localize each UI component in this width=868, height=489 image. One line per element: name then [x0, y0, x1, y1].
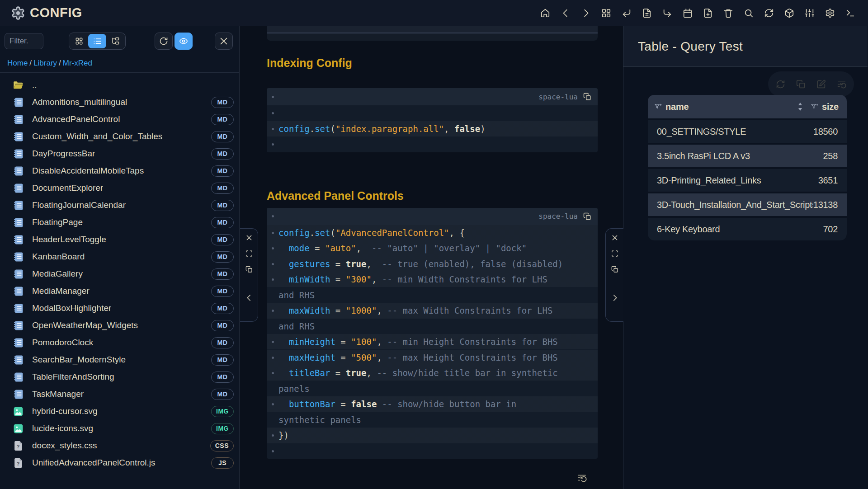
file-name: MediaGallery: [32, 269, 83, 279]
filter-funnel-icon[interactable]: [654, 103, 662, 111]
code-line: mode = "auto", -- "auto" | "overlay" | "…: [267, 240, 598, 256]
file-row[interactable]: FloatingJournalCalendarMD: [0, 197, 239, 214]
home-button[interactable]: [540, 8, 550, 18]
copy-code-button[interactable]: [583, 212, 591, 221]
chevron-left-button[interactable]: [561, 8, 571, 18]
file-row[interactable]: ..: [0, 76, 239, 94]
table-row[interactable]: 6-Key Keyboard702: [648, 218, 847, 240]
file-row[interactable]: ?docex_styles.cssCSS: [0, 437, 239, 454]
rotate-cw-icon: [159, 37, 168, 46]
breadcrumb-link[interactable]: Library: [33, 59, 57, 67]
app-title: CONFIG: [30, 5, 82, 20]
file-type-badge: MD: [211, 183, 234, 194]
edit-table-button[interactable]: [816, 80, 826, 89]
calendar-button[interactable]: [683, 8, 693, 18]
refresh-button[interactable]: [155, 33, 173, 50]
package-button[interactable]: [784, 8, 794, 18]
file-row[interactable]: FloatingPageMD: [0, 214, 239, 231]
search-button[interactable]: [744, 8, 754, 18]
expand-panel-button[interactable]: [245, 250, 253, 257]
copy-code-button[interactable]: [583, 93, 591, 101]
terminal-button[interactable]: [845, 8, 855, 18]
copy-panel-button[interactable]: [245, 266, 253, 273]
corner-down-left-button[interactable]: [622, 8, 632, 18]
sort-arrows-icon[interactable]: [797, 102, 803, 111]
collapse-left-chevron[interactable]: [245, 294, 253, 302]
file-row[interactable]: MediaManagerMD: [0, 282, 239, 300]
corner-down-left-icon: [622, 8, 632, 18]
refresh-table-button[interactable]: [776, 80, 785, 89]
file-row[interactable]: DisableAccidentalMobileTapsMD: [0, 162, 239, 179]
chevron-right-button[interactable]: [581, 8, 591, 18]
folder-icon: [13, 80, 24, 91]
file-name: DisableAccidentalMobileTaps: [32, 166, 144, 176]
app-window: CONFIG Home/Library/Mr-xRed ..Admonition…: [0, 0, 868, 489]
expand-panel-button[interactable]: [611, 250, 618, 257]
breadcrumb-link[interactable]: Home: [7, 59, 28, 67]
list-restart-table-button[interactable]: [837, 80, 846, 89]
file-row[interactable]: HeaderLevelToggleMD: [0, 231, 239, 248]
file-name: HeaderLevelToggle: [32, 235, 106, 244]
view-mode-list-button[interactable]: [88, 34, 106, 48]
section-heading: Indexing Config: [267, 56, 598, 70]
chevron-right-icon: [581, 8, 591, 18]
file-type-badge: MD: [211, 251, 234, 263]
layout-grid-button[interactable]: [601, 8, 611, 18]
table-row[interactable]: 3D-Printing_Related_Links3651: [648, 169, 847, 192]
file-browser-sidebar: Home/Library/Mr-xRed ..Admonitions_multi…: [0, 26, 240, 489]
file-row[interactable]: Custom_Width_and_Color_TablesMD: [0, 128, 239, 145]
view-mode-grid-button[interactable]: [70, 34, 88, 48]
toggle-preview-button[interactable]: [175, 33, 193, 50]
file-name: hybrid-cursor.svg: [32, 406, 98, 416]
corner-down-right-button[interactable]: [662, 8, 672, 18]
file-row[interactable]: hybrid-cursor.svgIMG: [0, 403, 239, 420]
table-body: 00_SETTINGS/STYLE185603.5inch RasPi LCD …: [648, 120, 847, 240]
file-row[interactable]: DocumentExplorerMD: [0, 179, 239, 197]
file-row[interactable]: OpenWeatherMap_WidgetsMD: [0, 317, 239, 334]
file-row[interactable]: AdvancedPanelControlMD: [0, 111, 239, 128]
breadcrumb-separator: /: [57, 59, 63, 67]
file-row[interactable]: ModalBoxHighlighterMD: [0, 300, 239, 317]
settings-button[interactable]: [825, 8, 835, 18]
file-row[interactable]: ?UnifiedAdvancedPanelControl.jsJS: [0, 454, 239, 471]
close-sidebar-button[interactable]: [215, 33, 233, 50]
table-row[interactable]: 3D-Touch_Installation_And_Start_Scripts1…: [648, 193, 847, 216]
code-block: space-luaconfig.set("index.paragraph.all…: [267, 88, 598, 152]
close-panel-button[interactable]: [245, 234, 253, 241]
view-mode-tree-button[interactable]: [106, 34, 124, 48]
copy-panel-button[interactable]: [611, 266, 618, 273]
file-text-button[interactable]: [642, 8, 652, 18]
sliders-button[interactable]: [805, 8, 815, 18]
trash-button[interactable]: [723, 8, 733, 18]
filter-funnel-icon[interactable]: [811, 103, 818, 111]
file-type-badge: CSS: [210, 440, 234, 451]
refresh-button[interactable]: [764, 8, 774, 18]
file-row[interactable]: TaskManagerMD: [0, 386, 239, 403]
file-row[interactable]: DayProgressBarMD: [0, 145, 239, 162]
file-name: TableFilterAndSorting: [32, 372, 114, 382]
close-panel-button[interactable]: [611, 234, 618, 241]
panel-header: Table - Query Test: [623, 26, 868, 67]
filter-input[interactable]: [5, 33, 43, 49]
file-type-badge: MD: [211, 200, 234, 211]
file-row[interactable]: lucide-icons.svgIMG: [0, 420, 239, 437]
list-restart-icon[interactable]: [577, 473, 587, 483]
file-row[interactable]: TableFilterAndSortingMD: [0, 368, 239, 386]
table-row[interactable]: 00_SETTINGS/STYLE18560: [648, 120, 847, 143]
file-row[interactable]: Admonitions_multilingualMD: [0, 94, 239, 111]
column-header-size[interactable]: size: [822, 102, 839, 112]
list-icon: [93, 37, 102, 46]
file-type-badge: MD: [211, 303, 234, 314]
collapse-right-chevron[interactable]: [611, 294, 619, 302]
file-row[interactable]: PomodoroClockMD: [0, 334, 239, 351]
copy-table-button[interactable]: [796, 80, 806, 89]
file-type-badge: MD: [211, 389, 234, 400]
file-plus-button[interactable]: [703, 8, 713, 18]
file-row[interactable]: KanbanBoardMD: [0, 248, 239, 265]
table-row[interactable]: 3.5inch RasPi LCD A v3258: [648, 145, 847, 167]
breadcrumb-link[interactable]: Mr-xRed: [63, 59, 92, 67]
column-header-name[interactable]: name: [665, 102, 689, 112]
file-row[interactable]: SearchBar_ModernStyleMD: [0, 351, 239, 368]
notebook-icon: [13, 165, 24, 177]
file-row[interactable]: MediaGalleryMD: [0, 265, 239, 282]
